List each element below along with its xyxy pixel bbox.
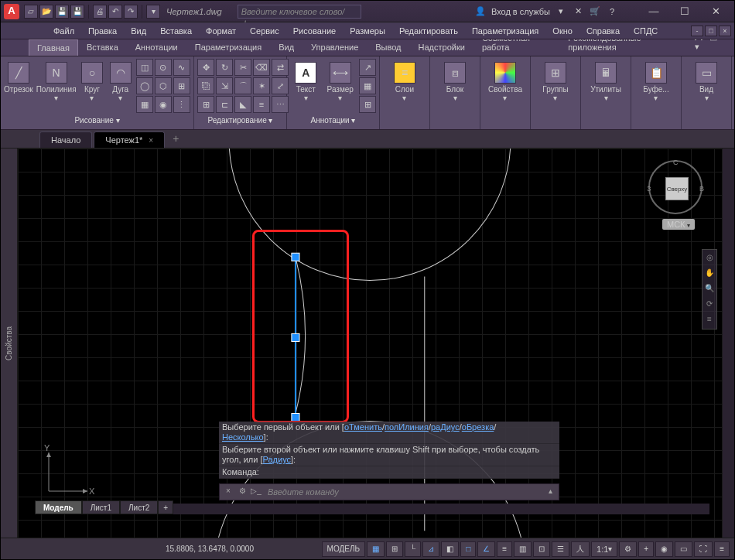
status-snap-icon[interactable]: ⊞: [386, 541, 403, 557]
rotate-icon[interactable]: ↻: [216, 59, 233, 76]
draw-small-5[interactable]: ⬡: [155, 77, 172, 94]
status-grid-icon[interactable]: ▦: [367, 541, 385, 557]
orbit-icon[interactable]: ⟳: [704, 299, 715, 310]
layout-tab-model[interactable]: Модель: [35, 500, 82, 514]
maximize-button[interactable]: ☐: [669, 2, 700, 22]
panel-draw-title[interactable]: Рисование: [4, 114, 190, 127]
cmdline-up-icon[interactable]: ▴: [545, 487, 556, 497]
status-custom-icon[interactable]: ≡: [714, 541, 730, 557]
status-hw-icon[interactable]: ◉: [655, 541, 673, 557]
status-ann-icon[interactable]: 人: [571, 541, 590, 557]
vscrollbar[interactable]: [722, 149, 734, 538]
doc-tab-drawing1[interactable]: Чертеж1*×: [94, 131, 165, 148]
qat-plot-icon[interactable]: 🖨: [93, 5, 107, 19]
command-input[interactable]: Введите команду: [265, 487, 542, 497]
ribbon-tab-view[interactable]: Вид: [270, 39, 303, 56]
zoom-icon[interactable]: 🔍: [704, 284, 715, 295]
viewcube[interactable]: С Ю В З Сверху МСК ▾: [648, 160, 703, 230]
menu-dimension[interactable]: Размеры: [344, 25, 391, 37]
menu-edit[interactable]: Правка: [82, 25, 123, 37]
draw-small-1[interactable]: ◫: [136, 59, 153, 76]
status-tr-icon[interactable]: ▥: [514, 541, 532, 557]
qat-redo-icon[interactable]: ↷: [124, 5, 138, 19]
status-ortho-icon[interactable]: └: [405, 541, 421, 557]
draw-small-6[interactable]: ⊞: [173, 77, 190, 94]
fillet-icon[interactable]: ⌒: [234, 77, 251, 94]
mdi-close[interactable]: ×: [719, 26, 731, 36]
mdi-minimize[interactable]: -: [691, 26, 703, 36]
ribbon-tab-insert[interactable]: Вставка: [78, 39, 127, 56]
ribbon-tab-parametric[interactable]: Параметризация: [186, 39, 270, 56]
leader-icon[interactable]: ↗: [359, 59, 376, 76]
showmo-icon[interactable]: ≡: [704, 315, 715, 326]
dimension-button[interactable]: ⟷Размер: [325, 59, 357, 102]
menu-format[interactable]: Формат: [200, 25, 242, 37]
status-lwt-icon[interactable]: ≡: [497, 541, 512, 557]
mdi-restore[interactable]: □: [705, 26, 717, 36]
arc-button[interactable]: ◠Дуга: [108, 59, 133, 102]
status-polar-icon[interactable]: ⊿: [422, 541, 439, 557]
utilities-button[interactable]: 🖩Утилиты: [584, 59, 627, 102]
cart-icon[interactable]: 🛒: [589, 5, 601, 18]
status-scale[interactable]: 1:1 ▾: [591, 541, 617, 557]
command-line[interactable]: × ⚙ ▷_ Введите команду ▴: [219, 483, 559, 500]
status-osnap-icon[interactable]: □: [460, 541, 476, 557]
ribbon-tab-home[interactable]: Главная: [29, 39, 78, 56]
cmdline-recent-icon[interactable]: ⚙: [237, 487, 248, 497]
drawing-canvas[interactable]: [18, 149, 722, 538]
align-icon[interactable]: ≡: [253, 96, 270, 113]
layout-tab-add[interactable]: +: [158, 500, 173, 514]
draw-small-9[interactable]: ⋮: [173, 96, 190, 113]
menu-help[interactable]: Справка: [580, 25, 626, 37]
trim-icon[interactable]: ✂: [234, 59, 251, 76]
close-icon[interactable]: ×: [149, 136, 153, 145]
cmdline-close-icon[interactable]: ×: [223, 487, 234, 497]
pan-icon[interactable]: ✋: [704, 268, 715, 279]
chamfer-icon[interactable]: ◣: [234, 96, 251, 113]
properties-button[interactable]: Свойства: [484, 59, 527, 102]
text-button[interactable]: AТекст: [290, 59, 322, 102]
menu-modify[interactable]: Редактировать: [393, 25, 464, 37]
copy-icon[interactable]: ⿻: [197, 77, 214, 94]
circle-button[interactable]: ○Круг: [80, 59, 105, 102]
mtext-icon[interactable]: ⊞: [359, 96, 376, 113]
menu-window[interactable]: Окно: [546, 25, 579, 37]
draw-small-4[interactable]: ◯: [136, 77, 153, 94]
menu-parametric[interactable]: Параметризация: [466, 25, 545, 37]
explode-icon[interactable]: ✶: [253, 77, 270, 94]
status-qp-icon[interactable]: ⊡: [533, 541, 550, 557]
draw-small-7[interactable]: ▦: [136, 96, 153, 113]
qat-more-icon[interactable]: ▾: [146, 5, 160, 19]
wcs-dropdown[interactable]: МСК ▾: [662, 219, 695, 230]
user-icon[interactable]: 👤: [474, 5, 487, 18]
ribbon-tab-addins[interactable]: Надстройки: [410, 39, 473, 56]
wheel-icon[interactable]: ◎: [704, 253, 715, 264]
mirror-icon[interactable]: ⇄: [272, 59, 289, 76]
exchange-icon[interactable]: ✕: [572, 5, 584, 18]
move-icon[interactable]: ✥: [197, 59, 214, 76]
qat-saveas-icon[interactable]: 💾: [70, 5, 84, 19]
layout-tab-sheet1[interactable]: Лист1: [82, 500, 120, 514]
close-button[interactable]: ✕: [700, 2, 731, 22]
block-button[interactable]: ⧈Блок: [433, 59, 477, 102]
panel-edit-title[interactable]: Редактирование: [197, 114, 283, 127]
erase-icon[interactable]: ⌫: [253, 59, 270, 76]
polyline-button[interactable]: ΝПолилиния: [36, 59, 77, 102]
search-input[interactable]: Введите ключевое слово/фразу: [238, 5, 361, 19]
panel-anno-title[interactable]: Аннотации: [290, 114, 376, 127]
status-clean-icon[interactable]: ⛶: [694, 541, 713, 557]
properties-palette-bar[interactable]: Свойства: [1, 149, 18, 538]
chevron-down-icon[interactable]: ▾: [555, 5, 567, 18]
menu-tools[interactable]: Сервис: [244, 25, 285, 37]
array-icon[interactable]: ⊞: [197, 96, 214, 113]
groups-button[interactable]: ⊞Группы: [534, 59, 577, 102]
qat-undo-icon[interactable]: ↶: [108, 5, 122, 19]
status-sc-icon[interactable]: ☰: [552, 541, 569, 557]
scale-icon[interactable]: ⤢: [272, 77, 289, 94]
ribbon-tab-output[interactable]: Вывод: [367, 39, 409, 56]
view-button[interactable]: ▭Вид: [685, 59, 728, 102]
status-am-icon[interactable]: +: [638, 541, 654, 557]
status-otrack-icon[interactable]: ∠: [477, 541, 495, 557]
clipboard-button[interactable]: 📋Буфе...: [634, 59, 678, 102]
menu-view[interactable]: Вид: [125, 25, 152, 37]
